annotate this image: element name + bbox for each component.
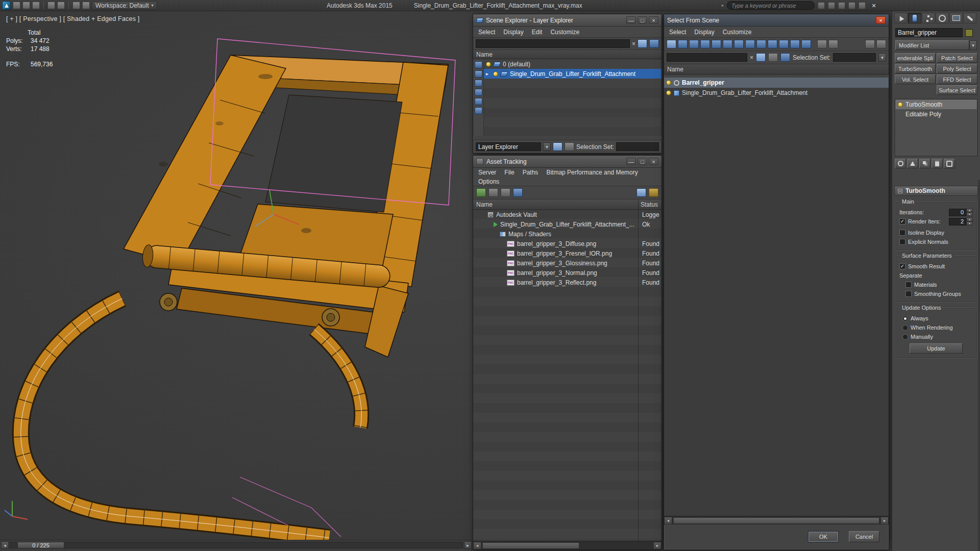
display-lights-icon[interactable] — [700, 40, 710, 48]
explorer-search-input[interactable] — [476, 39, 630, 48]
explorer-side-icon[interactable] — [475, 89, 482, 96]
scroll-left-icon[interactable]: ◂ — [473, 542, 481, 549]
workspace-selector[interactable]: Workspace: Default ▾ — [92, 1, 157, 10]
modifier-set-button[interactable]: Surface Select — [937, 85, 977, 95]
menu-display[interactable]: Display — [694, 29, 714, 36]
menu-display[interactable]: Display — [503, 29, 523, 36]
name-column-header[interactable]: Name — [476, 51, 493, 58]
asset-row[interactable]: barrel_gripper_3_Glossiness.png Found — [473, 258, 662, 268]
select-link-icon[interactable] — [72, 2, 80, 9]
show-end-result-icon[interactable] — [907, 159, 918, 168]
modifier-set-button[interactable]: Patch Select — [937, 53, 977, 63]
display-spacewarps-icon[interactable] — [734, 40, 744, 48]
modifier-stack-row[interactable]: Editable Poly — [895, 109, 977, 119]
open-file-icon[interactable] — [22, 2, 30, 9]
tab-create[interactable] — [894, 13, 908, 23]
tab-motion[interactable] — [936, 13, 949, 23]
panel-scrollbar[interactable] — [978, 180, 980, 551]
smoothing-groups-checkbox[interactable] — [905, 291, 912, 297]
scroll-left-icon[interactable]: ◂ — [664, 517, 672, 524]
communication-center-icon[interactable] — [838, 2, 845, 9]
search-icon[interactable] — [818, 2, 825, 9]
render-iters-checkbox[interactable] — [899, 218, 905, 224]
rollout-header[interactable]: TurboSmooth — [894, 186, 978, 196]
materials-checkbox[interactable] — [905, 282, 912, 288]
undo-icon[interactable] — [47, 2, 55, 9]
object-row[interactable]: Single_Drum_Grab_Lifter_Forklift_Attachm… — [664, 88, 889, 98]
3dsmax-logo-icon[interactable] — [2, 1, 11, 10]
layer-row[interactable]: ▸ Single_Drum_Grab_Lifter_Forklift_Attac… — [484, 69, 662, 79]
always-radio[interactable] — [902, 316, 908, 321]
menu-bitmap-performance[interactable]: Bitmap Performance and Memory — [546, 169, 638, 176]
help-icon[interactable] — [859, 2, 866, 9]
sign-in-icon[interactable] — [828, 2, 835, 9]
when-rendering-radio[interactable] — [902, 325, 908, 331]
modifier-stack-row[interactable]: TurboSmooth — [895, 99, 977, 109]
ok-button[interactable]: OK — [808, 531, 839, 542]
menu-select[interactable]: Select — [478, 29, 495, 36]
view-list-icon[interactable] — [817, 40, 827, 48]
tab-utilities[interactable] — [963, 13, 976, 23]
explorer-side-icon[interactable] — [475, 70, 482, 78]
clear-search-icon[interactable]: × — [750, 54, 753, 61]
menu-customize[interactable]: Customize — [723, 29, 752, 36]
asset-tracking-titlebar[interactable]: Asset Tracking — □ × — [473, 156, 662, 168]
save-file-icon[interactable] — [32, 2, 40, 9]
details-view-icon[interactable] — [513, 188, 523, 197]
bulb-icon[interactable] — [898, 102, 903, 107]
explorer-side-icon[interactable] — [475, 98, 482, 105]
name-column-header[interactable]: Name — [667, 66, 683, 73]
display-xrefs-icon[interactable] — [756, 40, 766, 48]
explorer-side-icon[interactable] — [475, 61, 482, 68]
clear-search-icon[interactable]: × — [632, 40, 635, 47]
remove-modifier-icon[interactable] — [932, 159, 943, 168]
chevron-down-icon[interactable]: ▾ — [969, 40, 977, 50]
selection-set-combo[interactable] — [833, 53, 876, 62]
make-unique-icon[interactable] — [919, 159, 930, 168]
display-shapes-icon[interactable] — [689, 40, 699, 48]
display-hidden-icon[interactable] — [801, 40, 811, 48]
expand-all-icon[interactable] — [768, 53, 778, 62]
object-name-field[interactable] — [895, 28, 963, 37]
scene-explorer-titlebar[interactable]: Scene Explorer - Layer Explorer — □ × — [473, 14, 662, 27]
isoline-display-checkbox[interactable] — [899, 230, 905, 236]
spin-down-icon[interactable]: ▾ — [966, 212, 973, 216]
column-divider[interactable] — [638, 199, 639, 541]
modifier-set-button[interactable]: Vol. Select — [895, 74, 936, 84]
report-view-icon[interactable] — [488, 188, 498, 197]
display-groups-icon[interactable] — [745, 40, 755, 48]
asset-row[interactable]: barrel_gripper_3_Normal.png Found — [473, 268, 662, 278]
display-bones-icon[interactable] — [768, 40, 777, 48]
explorer-side-icon[interactable] — [475, 80, 482, 87]
maximize-icon[interactable]: □ — [638, 16, 647, 24]
scene-search-input[interactable] — [667, 53, 747, 62]
menu-options[interactable]: Options — [478, 178, 499, 185]
scrollbar-thumb[interactable] — [673, 517, 879, 524]
render-iters-spinner[interactable] — [949, 218, 966, 226]
scroll-right-icon[interactable]: ▸ — [653, 542, 662, 549]
table-view-icon[interactable] — [501, 188, 510, 197]
modifier-set-button[interactable]: TurboSmooth — [895, 64, 936, 73]
menu-file[interactable]: File — [504, 169, 514, 176]
maximize-icon[interactable]: □ — [638, 158, 647, 165]
object-color-swatch[interactable] — [965, 29, 973, 37]
object-row[interactable]: Barrel_gripper — [664, 78, 889, 88]
tab-display[interactable] — [949, 13, 963, 23]
view-columns-icon[interactable] — [828, 40, 838, 48]
bulb-icon[interactable] — [666, 90, 671, 95]
update-button[interactable]: Update — [910, 343, 963, 354]
display-helpers-icon[interactable] — [723, 40, 732, 48]
modifier-set-button[interactable]: Poly Select — [937, 64, 977, 73]
spin-up-icon[interactable]: ▴ — [966, 217, 973, 221]
configure-modifier-sets-icon[interactable] — [944, 159, 955, 168]
tab-hierarchy[interactable] — [922, 13, 935, 23]
display-geometry-icon[interactable] — [678, 40, 688, 48]
display-frozen-icon[interactable] — [790, 40, 800, 48]
minimize-icon[interactable]: — — [626, 16, 636, 24]
asset-row[interactable]: barrel_gripper_3_Reflect.png Found — [473, 278, 662, 287]
expand-caret-icon[interactable]: ▸ — [486, 71, 491, 77]
tab-modify[interactable] — [908, 13, 921, 23]
find-options-icon[interactable] — [638, 39, 647, 48]
lock-explorer-icon[interactable] — [553, 142, 562, 151]
pick-layer-icon[interactable] — [649, 39, 659, 48]
